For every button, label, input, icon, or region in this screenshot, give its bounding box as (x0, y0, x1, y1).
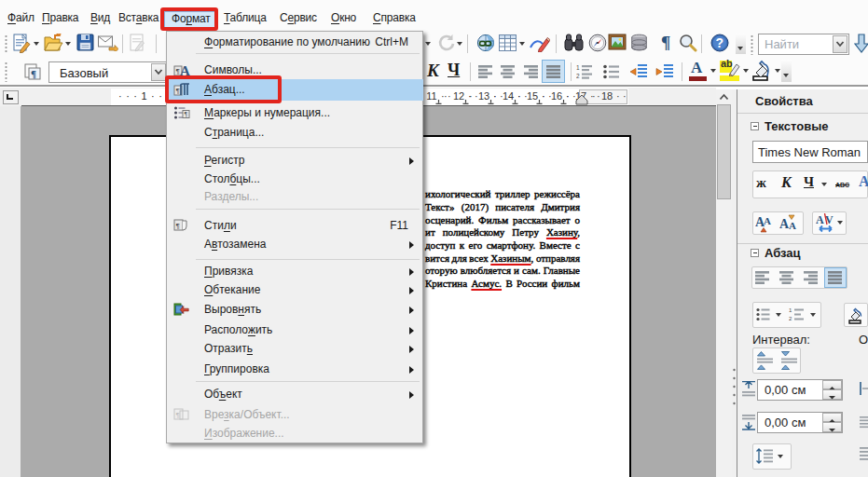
svg-text:A: A (816, 213, 824, 226)
svg-text:2: 2 (576, 73, 580, 79)
svg-text:¶: ¶ (185, 111, 188, 117)
svg-text:A: A (789, 220, 796, 231)
svg-text:1: 1 (789, 307, 792, 313)
svg-text:?: ? (716, 35, 724, 50)
svg-text:A: A (764, 215, 771, 226)
svg-text:1: 1 (576, 64, 580, 71)
svg-text:¶: ¶ (661, 34, 670, 52)
svg-text:¶: ¶ (31, 68, 36, 79)
svg-text:¶: ¶ (176, 222, 180, 230)
svg-text:2: 2 (789, 316, 792, 321)
svg-text:¶: ¶ (176, 411, 180, 419)
